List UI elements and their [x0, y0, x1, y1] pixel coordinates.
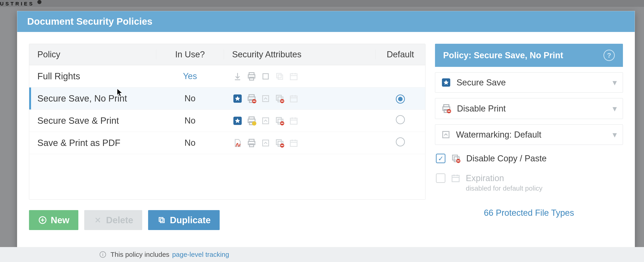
default-radio-icon[interactable] [396, 137, 405, 146]
column-header-attributes[interactable]: Security Attributes [224, 50, 376, 59]
printer-disabled-icon [246, 93, 257, 104]
calendar-icon [288, 93, 299, 104]
policy-inuse-cell: No [156, 116, 224, 126]
page-level-tracking-link[interactable]: page-level tracking [172, 251, 229, 258]
printer-disabled-icon [441, 103, 452, 114]
policy-attrs-cell [224, 138, 376, 148]
panel-title-text: Policy: Secure Save, No Print [443, 51, 563, 60]
svg-point-23 [252, 121, 256, 125]
expiration-label: Expiration [466, 173, 542, 183]
calendar-icon [288, 138, 299, 148]
dropdown-label: Watermarking: Default [456, 130, 607, 140]
copy-icon [274, 71, 285, 82]
footer-info-strip: i This policy includes page-level tracki… [0, 247, 644, 262]
secure-save-icon [441, 78, 451, 88]
duplicate-button[interactable]: Duplicate [148, 210, 220, 230]
calendar-icon [451, 173, 460, 183]
panel-title-bar: Policy: Secure Save, No Print ? [435, 44, 623, 67]
policy-detail-panel: Policy: Secure Save, No Print ? Secure S… [435, 44, 623, 218]
policy-name-cell: Secure Save & Print [29, 116, 156, 126]
new-button-label: New [51, 215, 69, 225]
svg-rect-47 [448, 111, 450, 112]
printer-icon [246, 71, 257, 82]
svg-rect-24 [263, 118, 269, 124]
svg-rect-3 [263, 74, 268, 79]
chevron-down-icon: ▾ [612, 78, 617, 88]
column-header-default[interactable]: Default [376, 50, 425, 59]
svg-rect-35 [276, 140, 281, 145]
policy-list-panel: Policy In Use? Security Attributes Defau… [29, 44, 426, 230]
printer-icon [246, 138, 257, 148]
svg-rect-26 [276, 117, 281, 122]
policy-row-secure-save-no-print[interactable]: Secure Save, No Print No [29, 88, 425, 110]
policy-table: Policy In Use? Security Attributes Defau… [29, 44, 426, 200]
svg-rect-52 [457, 160, 460, 161]
watermark-icon [260, 115, 271, 126]
svg-rect-50 [452, 155, 458, 160]
policy-attrs-cell [224, 115, 376, 126]
svg-rect-5 [277, 73, 281, 78]
svg-rect-48 [443, 131, 449, 138]
copy-disabled-icon [451, 153, 461, 163]
expiration-sublabel: disabled for default policy [466, 184, 542, 192]
column-header-policy[interactable]: Policy [29, 50, 156, 59]
delete-button: Delete [84, 210, 142, 230]
policy-name-cell: Full Rights [29, 71, 156, 81]
calendar-icon [288, 115, 299, 126]
svg-rect-18 [290, 96, 297, 102]
copy-disabled-icon [274, 93, 285, 104]
download-icon [232, 71, 243, 82]
checkbox-unchecked-icon [436, 173, 446, 183]
watermark-icon [260, 138, 271, 148]
secure-save-dropdown[interactable]: Secure Save ▾ [435, 72, 623, 93]
disable-copy-paste-label: Disable Copy / Paste [466, 154, 547, 163]
policy-inuse-cell: No [156, 138, 224, 148]
plus-circle-icon [38, 215, 47, 225]
watermark-icon [441, 130, 450, 139]
secure-save-icon [232, 115, 243, 126]
policy-name-cell: Secure Save, No Print [29, 93, 156, 104]
policy-attrs-cell [224, 93, 376, 104]
policy-name-cell: Save & Print as PDF [29, 138, 156, 148]
policy-default-cell[interactable] [376, 94, 425, 104]
square-icon [260, 71, 271, 82]
watermarking-dropdown[interactable]: Watermarking: Default ▾ [435, 124, 623, 145]
dropdown-label: Disable Print [457, 104, 607, 114]
column-header-in-use[interactable]: In Use? [156, 50, 224, 59]
chevron-down-icon: ▾ [612, 104, 617, 114]
policy-table-header: Policy In Use? Security Attributes Defau… [29, 44, 425, 65]
svg-rect-29 [290, 118, 297, 124]
policy-inuse-cell: Yes [156, 71, 224, 81]
policy-row-save-print-pdf[interactable]: Save & Print as PDF No [29, 132, 425, 154]
disable-print-dropdown[interactable]: Disable Print ▾ [435, 98, 623, 119]
help-icon[interactable]: ? [604, 50, 615, 61]
default-radio-icon[interactable] [396, 95, 405, 104]
protected-file-types-link[interactable]: 66 Protected File Types [435, 208, 623, 218]
delete-button-label: Delete [106, 215, 133, 225]
svg-rect-13 [263, 95, 269, 102]
policy-attrs-cell [224, 71, 376, 82]
header-dot-icon [37, 0, 42, 4]
info-icon: i [100, 251, 106, 258]
new-button[interactable]: New [29, 210, 78, 230]
svg-rect-4 [278, 75, 282, 79]
policy-row-full-rights[interactable]: Full Rights Yes [29, 65, 425, 88]
policy-default-cell[interactable] [376, 137, 425, 148]
x-icon [93, 215, 102, 225]
disable-copy-paste-row[interactable]: ✓ Disable Copy / Paste [435, 153, 623, 163]
expiration-row: Expiration disabled for default policy [435, 173, 623, 192]
default-radio-icon[interactable] [396, 115, 405, 124]
printer-secure-icon [246, 115, 257, 126]
policy-row-secure-save-and-print[interactable]: Secure Save & Print No [29, 110, 425, 132]
copy-disabled-icon [274, 138, 285, 148]
watermark-icon [260, 93, 271, 104]
duplicate-button-label: Duplicate [170, 215, 210, 225]
svg-rect-28 [281, 123, 284, 124]
policy-inuse-cell: No [156, 94, 224, 103]
policy-default-cell[interactable] [376, 115, 425, 126]
svg-rect-33 [263, 140, 269, 146]
brand-text-fragment: USTRIES [0, 1, 34, 7]
checkbox-checked-icon[interactable]: ✓ [436, 154, 446, 163]
svg-rect-12 [253, 101, 256, 102]
pdf-icon [232, 138, 243, 148]
